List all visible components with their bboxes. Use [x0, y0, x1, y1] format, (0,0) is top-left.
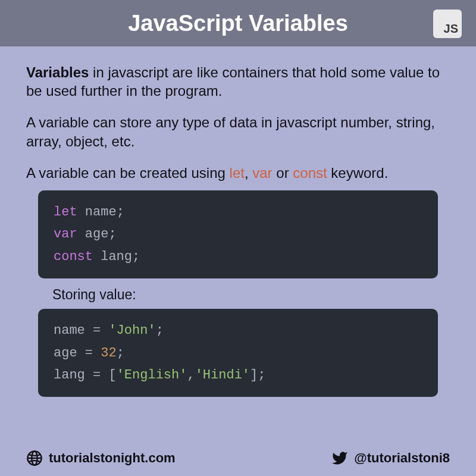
token-ident: age [77, 227, 109, 242]
footer-handle: @tutorialstoni8 [354, 450, 450, 466]
kw-pre: A variable can be created using [26, 165, 230, 181]
token-ident: lang = [ [54, 368, 117, 383]
token-number: 32 [101, 346, 116, 361]
token-ident: name [77, 205, 117, 220]
footer-left: tutorialstonight.com [26, 450, 325, 466]
keyword-let: let [230, 165, 245, 181]
code-block-assign: name = 'John'; age = 32; lang = ['Englis… [38, 309, 438, 397]
sep1: , [245, 165, 252, 181]
code-line: lang = ['English','Hindi']; [54, 364, 422, 386]
token-ident: lang [93, 249, 132, 264]
token-string: 'John' [108, 323, 155, 338]
token-end: ]; [250, 368, 265, 383]
token-end: ; [117, 346, 124, 361]
keyword-const: const [293, 165, 327, 181]
sep2: or [273, 165, 293, 181]
footer: tutorialstonight.com @tutorialstoni8 [0, 440, 476, 476]
header: JavaScript Variables JS [0, 0, 476, 46]
paragraph-types: A variable can store any type of data in… [26, 113, 450, 150]
paragraph-keywords: A variable can be created using let, var… [26, 164, 450, 182]
code-line: const lang; [54, 246, 422, 268]
token-keyword: const [54, 249, 93, 264]
bold-term: Variables [26, 64, 89, 80]
subheading-storing: Storing value: [52, 287, 450, 303]
code-block-declare: let name; var age; const lang; [38, 190, 438, 278]
code-line: name = 'John'; [54, 320, 422, 342]
token-ident: name = [54, 323, 108, 338]
token-string: 'English' [117, 368, 187, 383]
intro-text: in javascript are like containers that h… [26, 64, 440, 99]
token-end: ; [132, 249, 140, 264]
twitter-icon [331, 450, 348, 466]
code-line: age = 32; [54, 342, 422, 364]
token-end: ; [156, 323, 164, 338]
footer-site: tutorialstonight.com [49, 450, 176, 466]
paragraph-intro: Variables in javascript are like contain… [26, 63, 450, 100]
token-ident: age = [54, 346, 101, 361]
code-line: var age; [54, 223, 422, 245]
content-area: Variables in javascript are like contain… [0, 46, 476, 440]
token-end: ; [108, 227, 116, 242]
page-title: JavaScript Variables [128, 11, 348, 36]
globe-icon [26, 450, 43, 466]
js-badge-icon: JS [433, 10, 462, 38]
kw-post: keyword. [327, 165, 389, 181]
keyword-var: var [252, 165, 272, 181]
code-line: let name; [54, 201, 422, 223]
token-keyword: var [54, 227, 77, 242]
token-sep: , [187, 368, 195, 383]
token-string: 'Hindi' [195, 368, 250, 383]
token-end: ; [117, 205, 124, 220]
token-keyword: let [54, 205, 77, 220]
footer-right: @tutorialstoni8 [331, 450, 450, 466]
